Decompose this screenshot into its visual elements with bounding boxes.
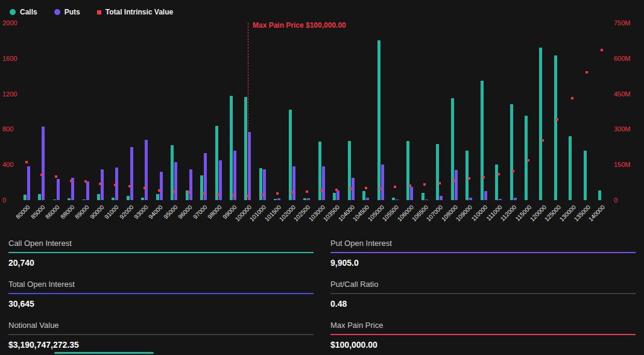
calls-bar bbox=[481, 81, 484, 200]
x-axis-label-text: 97000 bbox=[192, 204, 208, 220]
left-axis-tick: 1600 bbox=[2, 55, 17, 62]
legend-item-calls[interactable]: Calls bbox=[10, 8, 37, 16]
intrinsic-value-marker bbox=[158, 189, 160, 192]
calls-bar bbox=[38, 194, 41, 200]
intrinsic-value-marker bbox=[335, 189, 338, 191]
intrinsic-value-marker bbox=[453, 180, 455, 182]
legend-item-puts[interactable]: Puts bbox=[54, 8, 80, 16]
intrinsic-value-marker bbox=[203, 192, 205, 195]
x-axis-label-text: 110000 bbox=[470, 204, 488, 222]
right-axis-tick: 600M bbox=[614, 55, 631, 62]
calls-bar bbox=[598, 190, 601, 200]
left-axis-tick: 1200 bbox=[2, 90, 17, 98]
x-axis-label-text: 86000 bbox=[44, 204, 60, 220]
intrinsic-value-marker bbox=[188, 191, 190, 193]
stat-label: Put/Call Ratio bbox=[330, 280, 636, 293]
x-axis-label-text: 94000 bbox=[148, 204, 164, 220]
calls-bar bbox=[377, 40, 380, 200]
intrinsic-value-marker bbox=[128, 185, 131, 187]
options-chart[interactable]: 04008001200160020000150M300M450M600M750M… bbox=[0, 18, 644, 230]
stat-label: Total Open Interest bbox=[8, 280, 314, 293]
intrinsic-value-marker bbox=[586, 71, 588, 74]
calls-bar bbox=[274, 199, 277, 200]
intrinsic-value-marker bbox=[114, 184, 116, 186]
intrinsic-value-marker bbox=[409, 184, 411, 187]
puts-bar bbox=[484, 191, 487, 200]
x-axis-label-text: 90000 bbox=[89, 204, 105, 220]
scrollbar-thumb[interactable] bbox=[54, 352, 154, 354]
stat-call-open-interest: Call Open Interest20,740 bbox=[8, 239, 314, 268]
plot-area[interactable]: 04008001200160020000150M300M450M600M750M… bbox=[19, 23, 609, 200]
calls-bar bbox=[215, 126, 218, 200]
legend-square-icon bbox=[97, 10, 101, 14]
intrinsic-value-marker bbox=[541, 139, 544, 142]
puts-bar bbox=[366, 198, 369, 200]
max-pain-line bbox=[248, 23, 248, 200]
right-axis-tick: 150M bbox=[614, 161, 631, 168]
left-axis-tick: 400 bbox=[2, 161, 13, 168]
intrinsic-value-marker bbox=[601, 49, 603, 51]
right-axis-tick: 300M bbox=[614, 125, 631, 133]
left-axis-tick: 0 bbox=[2, 196, 6, 204]
calls-bar bbox=[112, 198, 115, 200]
intrinsic-value-marker bbox=[527, 159, 529, 162]
puts-bar bbox=[381, 165, 384, 200]
left-axis-tick: 2000 bbox=[2, 19, 17, 27]
intrinsic-value-marker bbox=[84, 180, 87, 183]
calls-bar bbox=[539, 48, 542, 200]
intrinsic-value-marker bbox=[512, 170, 514, 172]
intrinsic-value-marker bbox=[55, 175, 57, 178]
legend-dot-icon bbox=[54, 9, 60, 15]
calls-bar bbox=[451, 98, 454, 200]
intrinsic-value-marker bbox=[306, 190, 308, 193]
stat-value: 30,645 bbox=[8, 294, 314, 309]
puts-bar bbox=[189, 169, 192, 200]
legend-label: Calls bbox=[20, 8, 37, 16]
puts-bar bbox=[322, 166, 325, 200]
legend-item-total-intrinsic-value[interactable]: Total Intrinsic Value bbox=[97, 8, 173, 16]
legend-dot-icon bbox=[10, 9, 16, 15]
puts-bar bbox=[396, 199, 399, 200]
options-max-pain-dashboard: CallsPutsTotal Intrinsic Value 040080012… bbox=[0, 0, 644, 355]
x-axis-label-text: 98000 bbox=[206, 204, 223, 220]
calls-bar bbox=[525, 116, 528, 200]
puts-bar bbox=[410, 187, 413, 200]
calls-bar bbox=[554, 55, 557, 200]
intrinsic-value-marker bbox=[438, 182, 441, 184]
stat-value: 20,740 bbox=[8, 253, 314, 268]
intrinsic-value-marker bbox=[261, 193, 264, 196]
stat-label: Max Pain Price bbox=[330, 321, 636, 334]
puts-bar bbox=[145, 140, 148, 200]
calls-bar bbox=[97, 194, 100, 200]
stat-total-open-interest: Total Open Interest30,645 bbox=[8, 280, 314, 309]
calls-bar bbox=[303, 198, 306, 200]
x-axis-label-text: 91000 bbox=[103, 204, 119, 220]
x-axis-label-text: 88000 bbox=[59, 204, 75, 220]
intrinsic-value-marker bbox=[70, 180, 72, 182]
stat-value: 0.48 bbox=[330, 294, 636, 309]
calls-bar bbox=[156, 194, 159, 200]
calls-bar bbox=[127, 196, 130, 200]
calls-bar bbox=[584, 151, 587, 200]
x-axis-label-text: 95000 bbox=[162, 204, 178, 220]
calls-bar bbox=[24, 195, 27, 200]
puts-bar bbox=[160, 172, 163, 200]
puts-bar bbox=[42, 127, 45, 200]
puts-bar bbox=[174, 162, 177, 200]
puts-bar bbox=[336, 190, 339, 200]
intrinsic-value-marker bbox=[350, 187, 352, 190]
stat-max-pain-price: Max Pain Price$100,000.00 bbox=[330, 321, 636, 350]
stat-label: Notional Value bbox=[8, 321, 314, 334]
x-axis-label-text: 89000 bbox=[74, 204, 90, 220]
calls-bar bbox=[495, 165, 498, 200]
intrinsic-value-marker bbox=[497, 173, 500, 175]
right-axis-tick: 0 bbox=[614, 196, 617, 204]
puts-bar bbox=[27, 166, 30, 200]
x-axis-label-text: 92000 bbox=[118, 204, 134, 220]
calls-bar bbox=[141, 198, 144, 200]
x-axis-label-text: 93000 bbox=[133, 204, 149, 220]
intrinsic-value-marker bbox=[482, 176, 485, 178]
stats-panel: Call Open Interest20,740Put Open Interes… bbox=[0, 230, 644, 355]
stat-label: Put Open Interest bbox=[330, 239, 636, 252]
right-axis-tick: 450M bbox=[614, 90, 631, 98]
